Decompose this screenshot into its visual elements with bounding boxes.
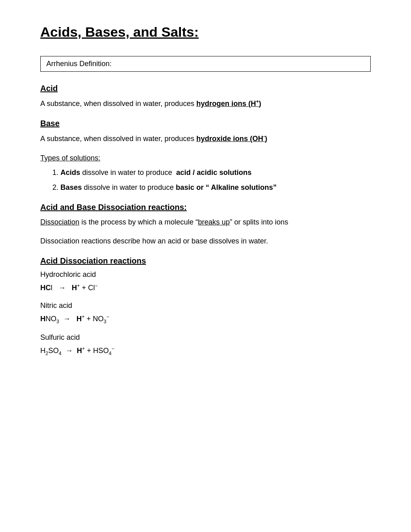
arrhenius-box: Arrhenius Definition: (40, 56, 371, 72)
list-item: Acids dissolve in water to produce acid … (60, 167, 371, 178)
base-heading: Base (40, 119, 371, 128)
types-heading: Types of solutions: (40, 154, 371, 162)
base-section: Base A substance, when dissolved in wate… (40, 119, 371, 144)
hydrochloric-formula: HCl → H+ + Cl− (40, 282, 371, 293)
types-list: Acids dissolve in water to produce acid … (60, 167, 371, 193)
acid-section: Acid A substance, when dissolved in wate… (40, 84, 371, 109)
list-item: Bases dissolve in water to produce basic… (60, 182, 371, 193)
dissociation-definition: Dissociation is the process by which a m… (40, 217, 371, 228)
acid-dissociation-section: Acid Dissociation reactions Hydrochloric… (40, 256, 371, 357)
sulfuric-label: Sulfuric acid (40, 333, 371, 342)
acid-dissociation-heading: Acid Dissociation reactions (40, 256, 371, 266)
acid-heading: Acid (40, 84, 371, 93)
nitric-formula: HNO3 → H+ + NO3− (40, 313, 371, 325)
arrhenius-label: Arrhenius Definition: (46, 60, 112, 68)
acid-description: A substance, when dissolved in water, pr… (40, 98, 371, 109)
acid-base-dissociation-heading: Acid and Base Dissociation reactions: (40, 203, 371, 212)
dissociation-reactions-text: Dissociation reactions describe how an a… (40, 236, 371, 247)
types-section: Types of solutions: Acids dissolve in wa… (40, 154, 371, 193)
sulfuric-formula: H2SO4 → H+ + HSO4− (40, 345, 371, 357)
page-title: Acids, Bases, and Salts: (40, 24, 371, 40)
base-description: A substance, when dissolved in water, pr… (40, 133, 371, 144)
hydrochloric-label: Hydrochloric acid (40, 270, 371, 279)
acid-base-dissociation-section: Acid and Base Dissociation reactions: Di… (40, 203, 371, 247)
nitric-label: Nitric acid (40, 301, 371, 310)
